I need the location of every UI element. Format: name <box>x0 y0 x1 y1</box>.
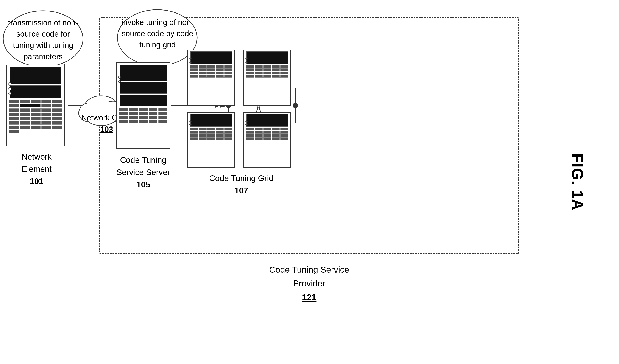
bubble-left-text: transmission of non-source code for tuni… <box>6 17 80 62</box>
service-provider-label: Code Tuning Service Provider 121 <box>99 263 519 304</box>
bubble-right-text: invoke tuning of non-source code by code… <box>120 17 195 51</box>
grid-server-bottom-left <box>187 112 235 168</box>
diagram-container: FIG. 1A <box>0 0 619 364</box>
code-tuning-service-server <box>116 62 170 149</box>
grid-server-bottom-right <box>243 112 291 168</box>
svg-line-1 <box>60 62 65 65</box>
figure-label: FIG. 1A <box>569 153 586 211</box>
network-element-server <box>6 65 65 146</box>
code-tuning-grid-label: Code Tuning Grid 107 <box>187 172 295 197</box>
code-tuning-server-label: Code Tuning Service Server 105 <box>114 154 172 191</box>
grid-server-top-left <box>187 50 235 106</box>
network-element-label: Network Element 101 <box>6 151 67 188</box>
grid-server-top-right <box>243 50 291 106</box>
